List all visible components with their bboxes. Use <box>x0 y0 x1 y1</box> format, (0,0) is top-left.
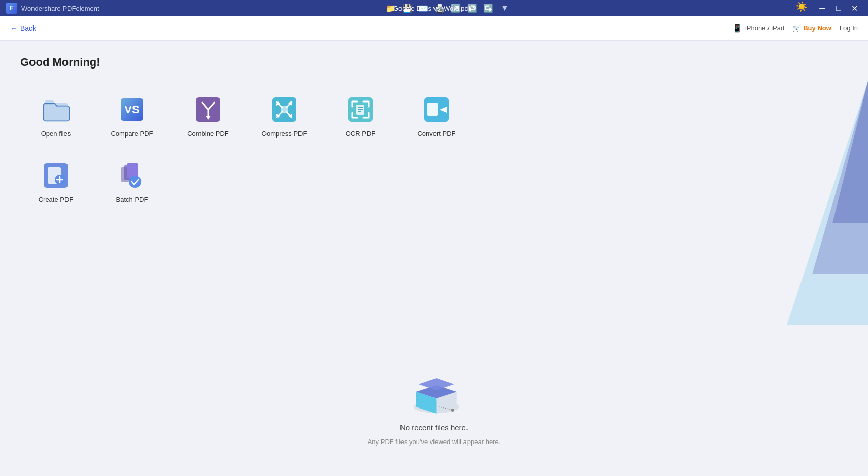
no-recent-section: No recent files here. Any PDF files you'… <box>368 359 501 446</box>
no-recent-illustration <box>404 359 464 417</box>
header-actions: 📱 iPhone / iPad 🛒 Buy Now Log In <box>732 23 858 33</box>
main-content: Good Morning! Open files <box>0 41 868 476</box>
login-label: Log In <box>840 24 858 32</box>
tool-compare-pdf[interactable]: VS Compare PDF <box>96 85 168 146</box>
svg-rect-17 <box>281 106 288 113</box>
svg-rect-24 <box>427 103 438 116</box>
ocr-pdf-icon <box>345 94 376 125</box>
weather-icon: ☀️ <box>796 1 807 15</box>
open-files-icon <box>41 94 71 125</box>
tool-label: Combine PDF <box>187 130 229 138</box>
tool-label: Create PDF <box>39 196 74 203</box>
greeting-text: Good Morning! <box>20 56 848 69</box>
tool-label: Compare PDF <box>111 130 153 138</box>
iphone-ipad-label: iPhone / iPad <box>745 24 784 32</box>
buy-now-label: Buy Now <box>803 24 831 32</box>
svg-point-34 <box>129 176 141 188</box>
combine-pdf-icon <box>193 94 223 125</box>
tool-compress-pdf[interactable]: Compress PDF <box>249 85 320 146</box>
tool-open-files[interactable]: Open files <box>20 85 91 146</box>
tool-label: Open files <box>41 130 71 138</box>
minimize-button[interactable]: ─ <box>815 1 829 15</box>
tools-row-1: Open files VS Compare PDF <box>20 85 848 146</box>
login-button[interactable]: Log In <box>840 24 858 32</box>
redo-icon[interactable]: ↪️ <box>482 2 495 15</box>
iphone-ipad-link[interactable]: 📱 iPhone / iPad <box>732 23 784 33</box>
tool-batch-pdf[interactable]: Batch PDF <box>96 151 168 212</box>
tool-combine-pdf[interactable]: Combine PDF <box>173 85 244 146</box>
app-name: Wondershare PDFelement <box>21 5 99 12</box>
mobile-icon: 📱 <box>732 23 742 33</box>
back-label: Back <box>20 24 36 32</box>
back-button[interactable]: ← Back <box>10 24 36 32</box>
maximize-button[interactable]: □ <box>831 1 846 15</box>
buy-now-button[interactable]: 🛒 Buy Now <box>792 24 831 32</box>
tool-ocr-pdf[interactable]: OCR PDF <box>325 85 396 146</box>
close-button[interactable]: ✕ <box>848 1 862 15</box>
header-bar: ← Back 📱 iPhone / iPad 🛒 Buy Now Log In <box>0 16 868 41</box>
back-arrow-icon: ← <box>10 24 17 32</box>
file-title: Google Docs vs. Word.pdf * <box>393 5 475 12</box>
tool-label: Compress PDF <box>262 130 307 138</box>
batch-pdf-icon <box>117 160 147 191</box>
window-controls: ☀️ ─ □ ✕ <box>796 1 862 15</box>
app-logo: F <box>6 3 17 14</box>
no-recent-subtitle: Any PDF files you've viewed will appear … <box>368 438 501 446</box>
no-recent-title: No recent files here. <box>400 423 468 432</box>
tool-label: Batch PDF <box>116 196 148 203</box>
tools-row-2: Create PDF <box>20 151 848 212</box>
svg-rect-33 <box>127 163 138 178</box>
svg-marker-42 <box>419 378 454 390</box>
tool-label: Convert PDF <box>417 130 455 138</box>
convert-pdf-icon <box>421 94 452 125</box>
tool-label: OCR PDF <box>346 130 376 138</box>
create-pdf-icon <box>41 160 71 191</box>
compress-pdf-icon <box>269 94 299 125</box>
tool-create-pdf[interactable]: Create PDF <box>20 151 91 212</box>
cart-icon: 🛒 <box>792 24 801 32</box>
dropdown-icon[interactable]: ▼ <box>498 2 511 15</box>
svg-point-44 <box>451 409 454 412</box>
titlebar: F Wondershare PDFelement 📁 💾 ✉️ 🖨️ ↗️ ↩️… <box>0 0 868 16</box>
compare-pdf-icon: VS <box>117 94 147 125</box>
tool-convert-pdf[interactable]: Convert PDF <box>401 85 472 146</box>
svg-text:VS: VS <box>124 103 139 116</box>
